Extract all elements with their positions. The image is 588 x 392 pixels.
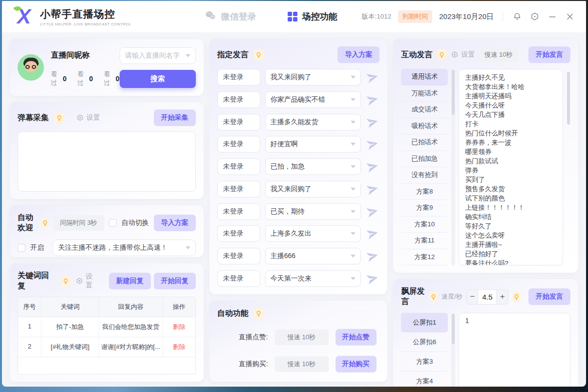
interactive-settings[interactable]: 设置 — [451, 50, 475, 59]
delete-link[interactable]: 删除 — [163, 317, 195, 337]
float-title: 飘屏发言 — [401, 286, 425, 307]
tab-plan4[interactable]: 方案4 — [401, 371, 448, 387]
danmu-textarea[interactable] — [18, 131, 196, 192]
bulb-icon[interactable] — [436, 49, 447, 60]
wechat-login-label: 微信登录 — [221, 11, 256, 22]
tab-deal[interactable]: 成交话术 — [401, 102, 448, 118]
table-header-row: 序号 关键词 回复内容 操作 — [18, 297, 195, 317]
gear-icon — [76, 277, 83, 285]
bulb-icon[interactable] — [512, 291, 521, 302]
tab-plan11[interactable]: 方案11 — [401, 233, 448, 249]
speech-select[interactable]: 今天第一次来 — [265, 270, 361, 287]
notification-bell-icon[interactable] — [512, 11, 523, 22]
start-reply-button[interactable]: 开始回复 — [154, 273, 196, 289]
tab-general[interactable]: 通用话术 — [401, 69, 448, 86]
import-plan-button[interactable]: 导入方案 — [337, 46, 379, 63]
interval-pill[interactable]: 间隔时间 3秒 — [53, 215, 104, 231]
login-status-box[interactable]: 未登录 — [217, 181, 260, 197]
danmu-settings[interactable]: 设置 — [76, 113, 100, 122]
speech-select[interactable]: 好便宜啊 — [265, 136, 361, 152]
send-icon[interactable] — [366, 272, 379, 285]
start-float-speech-button[interactable]: 开始发言 — [528, 288, 570, 305]
room-name-placeholder: 请输入直播间名字 — [125, 51, 180, 60]
login-status-box[interactable]: 未登录 — [217, 158, 260, 175]
auto-switch-checkbox[interactable] — [109, 219, 117, 227]
tab-universal[interactable]: 万能话术 — [401, 86, 448, 102]
speech-select[interactable]: 我又来回购了 — [265, 181, 361, 197]
start-speech-button[interactable]: 开始发言 — [528, 46, 570, 63]
speech-select[interactable]: 已买，期待 — [265, 203, 361, 220]
login-status-box[interactable]: 未登录 — [217, 225, 260, 242]
login-status-box[interactable]: 未登录 — [217, 136, 260, 152]
send-icon[interactable] — [366, 160, 379, 174]
settings-gear-icon[interactable] — [529, 11, 540, 22]
bulb-icon[interactable] — [42, 218, 48, 228]
bulb-icon[interactable] — [253, 49, 264, 60]
tab-ordered-urgent[interactable]: 已拍加急 — [401, 151, 448, 168]
send-icon[interactable] — [366, 70, 379, 84]
enable-checkbox[interactable] — [18, 244, 25, 252]
minimize-icon[interactable] — [547, 11, 558, 22]
tab-screen1[interactable]: 公屏扣1 — [401, 313, 448, 332]
float-content-textarea[interactable]: 1 — [459, 313, 570, 387]
room-name-select[interactable]: 请输入直播间名字 — [120, 47, 196, 64]
tab-screen6[interactable]: 公屏扣6 — [401, 332, 448, 352]
wechat-login-button[interactable]: 微信登录 — [205, 10, 256, 24]
nav-field-control[interactable]: 场控功能 — [288, 11, 337, 22]
bulb-icon[interactable] — [253, 308, 264, 319]
login-status-box[interactable]: 未登录 — [217, 270, 260, 287]
start-buy-button[interactable]: 开始购买 — [336, 356, 377, 372]
tab-plan8[interactable]: 方案8 — [401, 184, 448, 200]
speed-minus-button[interactable]: − — [467, 290, 478, 304]
speech-content-textarea[interactable]: 主播好久不见 大货都拿出来！哈哈 主播明天还播吗 今天播什么呀 今天几点下播 打… — [459, 69, 563, 265]
login-status-box[interactable]: 未登录 — [217, 91, 260, 108]
new-reply-button[interactable]: 新建回复 — [109, 273, 151, 289]
send-icon[interactable] — [366, 227, 379, 240]
tab-fans[interactable]: 吸粉话术 — [401, 118, 448, 135]
login-status-box[interactable]: 未登录 — [217, 203, 260, 220]
tabs-scrollbar[interactable] — [451, 69, 455, 265]
send-icon[interactable] — [366, 137, 379, 151]
close-icon[interactable] — [565, 11, 575, 22]
login-status-box[interactable]: 未登录 — [217, 69, 260, 86]
tab-missed[interactable]: 没有抢到 — [401, 167, 448, 184]
start-collect-button[interactable]: 开始采集 — [154, 109, 196, 126]
speech-select[interactable]: 主播666 — [265, 248, 361, 264]
send-icon[interactable] — [366, 249, 379, 263]
speech-select[interactable]: 已拍，加急 — [265, 158, 361, 175]
start-like-button[interactable]: 开始点赞 — [336, 329, 377, 346]
like-speed-pill[interactable]: 慢速 10秒 — [275, 329, 329, 345]
send-icon[interactable] — [366, 182, 379, 196]
speech-text: 今天第一次来 — [271, 274, 312, 283]
import-plan-button[interactable]: 导入方案 — [154, 215, 196, 231]
login-status-box[interactable]: 未登录 — [217, 248, 260, 264]
speed-plus-button[interactable]: + — [497, 290, 507, 304]
keyword-settings[interactable]: 设置 — [76, 272, 99, 290]
login-status-box[interactable]: 未登录 — [217, 114, 260, 131]
speed-value[interactable]: 4.5 — [478, 290, 497, 304]
welcome-message-select[interactable]: 关注主播不迷路，主播带你上高速！ — [53, 240, 196, 256]
search-button[interactable]: 搜索 — [120, 70, 196, 88]
tab-plan10[interactable]: 方案10 — [401, 217, 448, 233]
buy-speed-pill[interactable]: 慢速 10秒 — [275, 356, 329, 372]
content-scrollbar[interactable] — [567, 69, 570, 265]
tab-plan3[interactable]: 方案3 — [401, 352, 448, 371]
danmu-collection-card: 弹幕采集 设置 开始采集 — [10, 102, 204, 199]
tab-plan12[interactable]: 方案12 — [401, 249, 448, 266]
avatar — [18, 54, 44, 81]
speech-select[interactable]: 主播多久能发货 — [265, 114, 361, 131]
speech-select[interactable]: 上海多久发出 — [265, 225, 361, 242]
send-icon[interactable] — [366, 115, 379, 129]
float-tabs-scrollbar[interactable] — [451, 313, 455, 387]
speech-select[interactable]: 你家产品确实不错 — [265, 91, 361, 108]
send-icon[interactable] — [366, 205, 379, 218]
speech-select[interactable]: 我又来回购了 — [265, 69, 361, 86]
tab-ordered[interactable]: 已拍话术 — [401, 134, 448, 151]
bulb-icon[interactable] — [429, 291, 438, 302]
speed-pill[interactable]: 慢速 10秒 — [479, 47, 518, 62]
bulb-icon[interactable] — [61, 276, 71, 286]
bulb-icon[interactable] — [54, 112, 64, 123]
tab-plan9[interactable]: 方案9 — [401, 200, 448, 217]
send-icon[interactable] — [366, 93, 379, 107]
delete-link[interactable]: 删除 — [163, 337, 195, 357]
